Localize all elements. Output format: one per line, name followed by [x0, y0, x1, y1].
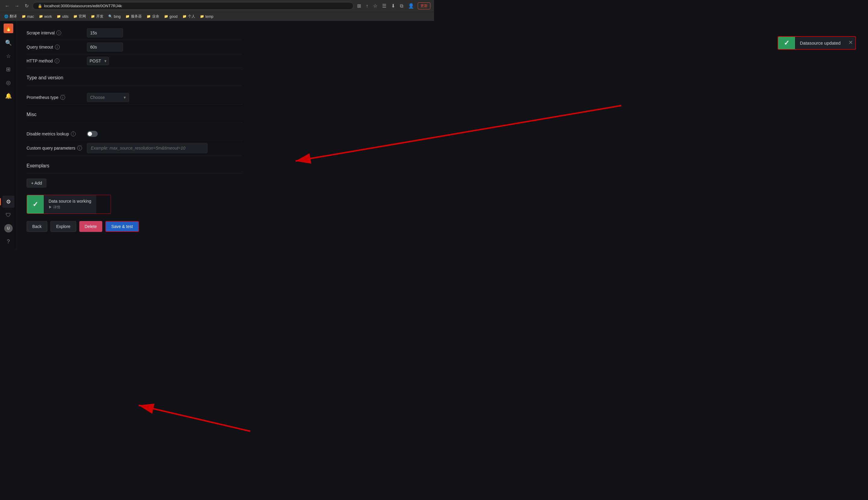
status-box: ✓ Data source is working ▶ 详情 [26, 195, 111, 214]
forward-nav-button[interactable]: → [13, 2, 21, 10]
sidebar-item-explore[interactable]: ◎ [2, 77, 14, 89]
prometheus-type-info-icon[interactable]: i [60, 95, 65, 100]
footer-buttons: Back Explore Delete Save & test [26, 221, 242, 232]
scrape-interval-row: Scrape interval i 15s [26, 26, 242, 40]
reload-button[interactable]: ↻ [23, 2, 30, 10]
sidebar-item-dashboards[interactable]: ⊞ [2, 63, 14, 76]
query-timeout-input[interactable]: 60s [87, 43, 123, 52]
disable-metrics-toggle[interactable] [87, 131, 98, 137]
scrape-interval-input[interactable]: 15s [87, 29, 123, 37]
bell-icon: 🔔 [5, 93, 12, 99]
download-icon[interactable]: ⬇ [390, 2, 396, 10]
status-text-area: Data source is working ▶ 详情 [44, 195, 96, 214]
delete-button[interactable]: Delete [79, 221, 102, 232]
type-version-header: Type and version [26, 75, 242, 80]
misc-header: Misc [26, 112, 242, 117]
query-timeout-label: Query timeout i [26, 45, 87, 49]
menu-icon[interactable]: ☰ [381, 2, 388, 10]
bookmark-dev[interactable]: 📁 开发 [89, 13, 105, 20]
compass-icon: ◎ [6, 79, 11, 86]
content-area: Scrape interval i 15s Query timeout i 60… [17, 21, 252, 241]
star-icon: ☆ [6, 53, 11, 59]
bookmarks-bar: 🌐 翻译 📁 mac 📁 work 📁 utils 📁 官网 📁 开发 🔍 bi… [0, 12, 434, 21]
sidebar-item-avatar[interactable]: U [2, 222, 14, 234]
gear-icon: ⚙ [6, 198, 11, 205]
http-method-select-wrapper: POST GET [87, 57, 109, 65]
sidebar: 🔥 🔍 ☆ ⊞ ◎ 🔔 ⚙ 🛡 U [0, 21, 17, 250]
disable-metrics-row: Disable metrics lookup i [26, 127, 242, 140]
status-icon-area: ✓ [27, 195, 44, 214]
bookmark-bing[interactable]: 🔍 bing [106, 14, 123, 19]
update-button[interactable]: 更新 [418, 2, 430, 9]
share-icon[interactable]: ↑ [365, 2, 369, 10]
status-title: Data source is working [48, 199, 91, 204]
check-icon: ✓ [33, 201, 38, 208]
scrape-interval-info-icon[interactable]: i [56, 31, 61, 35]
http-method-row: HTTP method i POST GET [26, 54, 242, 68]
prometheus-type-row: Prometheus type i Choose ▾ [26, 90, 242, 105]
url-text: localhost:3000/datasources/edit/0ONT7RJ4… [44, 4, 122, 8]
type-version-section: Type and version Prometheus type i Choos… [26, 75, 242, 105]
bookmark-translate[interactable]: 🌐 翻译 [2, 13, 19, 20]
bookmark-mac[interactable]: 📁 mac [20, 14, 36, 19]
bookmark-official[interactable]: 📁 官网 [71, 13, 88, 20]
bookmark-hobby[interactable]: 📁 业余 [145, 13, 161, 20]
add-exemplar-button[interactable]: + Add [26, 179, 46, 188]
bookmark-server[interactable]: 📁 服务器 [124, 13, 144, 20]
profile-icon[interactable]: 👤 [407, 2, 415, 10]
bookmark-temp[interactable]: 📁 temp [198, 14, 215, 19]
save-test-button[interactable]: Save & test [105, 221, 139, 232]
exemplars-divider [26, 173, 242, 174]
sidebar-item-starred[interactable]: ☆ [2, 50, 14, 62]
search-icon: 🔍 [5, 39, 12, 46]
exemplars-section: Exemplars + Add [26, 163, 242, 188]
sidebar-bottom: ⚙ 🛡 U ? [2, 196, 14, 248]
app-layout: 🔥 🔍 ☆ ⊞ ◎ 🔔 ⚙ 🛡 U [0, 21, 434, 250]
disable-metrics-label: Disable metrics lookup i [26, 132, 87, 136]
fullscreen-icon[interactable]: ⧉ [399, 2, 404, 10]
query-timeout-row: Query timeout i 60s [26, 40, 242, 54]
main-content: Scrape interval i 15s Query timeout i 60… [17, 21, 434, 250]
active-indicator [0, 198, 1, 205]
grid-icon: ⊞ [6, 66, 11, 73]
browser-bar: ← → ↻ 🔒 localhost:3000/datasources/edit/… [0, 0, 434, 12]
explore-button[interactable]: Explore [50, 221, 76, 232]
misc-section: Misc Disable metrics lookup i Custom que [26, 112, 242, 156]
bookmark-icon[interactable]: ☆ [372, 2, 378, 10]
bookmark-work[interactable]: 📁 work [37, 14, 54, 19]
custom-query-info-icon[interactable]: i [77, 146, 82, 150]
exemplars-header: Exemplars [26, 163, 242, 169]
question-icon: ? [7, 239, 10, 245]
custom-query-row: Custom query parameters i [26, 140, 242, 156]
sidebar-item-settings[interactable]: ⚙ [2, 196, 14, 208]
http-method-info-icon[interactable]: i [55, 58, 59, 63]
http-method-label: HTTP method i [26, 58, 87, 63]
status-detail[interactable]: ▶ 详情 [48, 205, 91, 210]
avatar: U [4, 224, 13, 232]
back-button[interactable]: Back [26, 221, 47, 232]
shield-icon: 🛡 [6, 212, 11, 218]
prometheus-type-select[interactable]: Choose ▾ [87, 93, 129, 102]
scrape-interval-label: Scrape interval i [26, 31, 87, 35]
sidebar-item-help[interactable]: ? [2, 236, 14, 248]
bookmark-good[interactable]: 📁 good [162, 14, 180, 19]
query-timeout-info-icon[interactable]: i [55, 45, 60, 49]
toggle-knob [88, 132, 92, 136]
prometheus-type-label: Prometheus type i [26, 95, 87, 100]
back-nav-button[interactable]: ← [4, 2, 11, 10]
bookmark-personal[interactable]: 📁 个人 [181, 13, 197, 20]
browser-actions: ⊞ ↑ ☆ ☰ ⬇ ⧉ 👤 更新 [356, 2, 430, 10]
grafana-logo[interactable]: 🔥 [4, 23, 13, 33]
custom-query-label: Custom query parameters i [26, 146, 87, 150]
sidebar-item-shield[interactable]: 🛡 [2, 209, 14, 221]
misc-divider [26, 122, 242, 123]
translate-icon[interactable]: ⊞ [356, 2, 362, 10]
bookmark-utils[interactable]: 📁 utils [55, 14, 70, 19]
custom-query-input[interactable] [87, 143, 207, 153]
url-bar[interactable]: 🔒 localhost:3000/datasources/edit/0ONT7R… [33, 2, 353, 10]
sidebar-item-alerting[interactable]: 🔔 [2, 90, 14, 102]
sidebar-item-search[interactable]: 🔍 [2, 37, 14, 49]
prometheus-select-arrow: ▾ [124, 95, 126, 100]
http-method-select[interactable]: POST GET [87, 57, 109, 65]
disable-metrics-info-icon[interactable]: i [71, 132, 76, 136]
